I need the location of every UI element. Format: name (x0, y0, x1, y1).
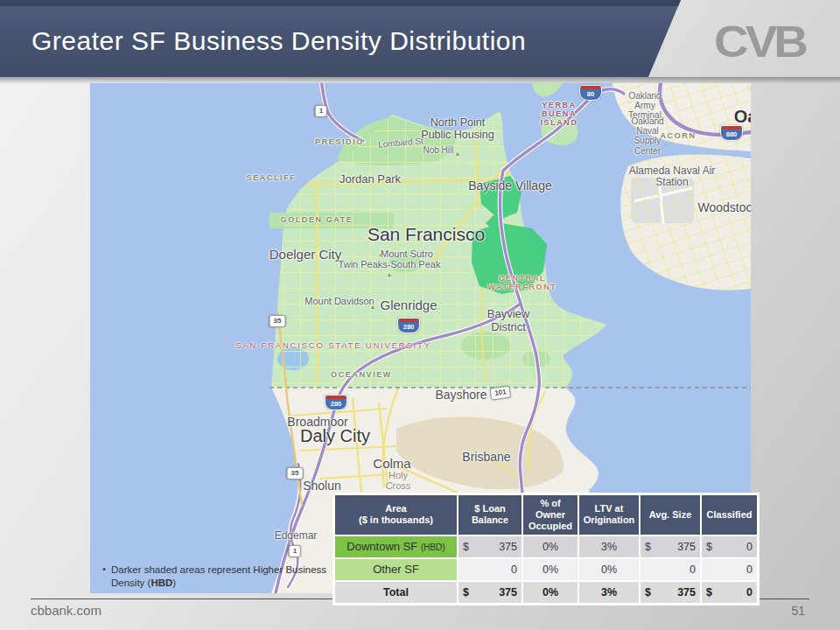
route-shield-1-north: 1 (315, 105, 327, 117)
map-label-alameda-nas: Alameda Naval Air Station (620, 165, 724, 189)
cell-total-owner: 0% (523, 582, 578, 603)
cell-total-label: Total (335, 582, 457, 603)
map-label-daly-city: Daly City (300, 426, 370, 445)
cell-classified-other: 0 (702, 559, 757, 580)
map-label-oakland-partial: Oa (734, 107, 751, 126)
map-label-brisbane: Brisbane (462, 451, 510, 465)
map-label-jordan-park: Jordan Park (340, 173, 401, 186)
route-shield-280-south: 280 (325, 395, 347, 410)
map-label-san-francisco: San Francisco (368, 224, 485, 245)
route-shield-1-south: 1 (289, 545, 301, 557)
hbd-legend-note: • Darker shaded areas represent Higher B… (97, 564, 339, 590)
map-label-doelger-city: Doelger City (270, 248, 342, 262)
route-shield-35-north: 35 (270, 315, 286, 327)
peak-icon: ▲ (387, 271, 393, 277)
map-label-mount-sutro: Mount Sutro (381, 248, 433, 259)
map-label-bayshore: Bayshore (435, 388, 486, 402)
cell-loan-downtown: $375 (458, 536, 522, 557)
cell-ltv-downtown: 3% (579, 536, 639, 557)
page-title: Greater SF Business Density Distribution (32, 26, 526, 56)
note-text: Darker shaded areas represent Higher Bus… (111, 564, 326, 588)
col-header-avg-size: Avg. Size (640, 495, 700, 535)
table-row-downtown-sf: Downtown SF (HBD) $375 0% 3% $375 $0 (335, 536, 757, 557)
col-header-classified: Classified (702, 495, 757, 535)
map-label-central-waterfront: CENTRAL WATERFRONT (480, 274, 564, 291)
cell-area-other: Other SF (335, 559, 457, 580)
map-label-golden-gate: GOLDEN GATE (281, 215, 354, 224)
map-label-woodstock: Woodstock (698, 201, 752, 215)
map-label-bayside-village: Bayside Village (468, 179, 551, 193)
website-footer: cbbank.com (31, 603, 102, 618)
cell-classified-downtown: $0 (702, 536, 757, 557)
map-label-holy-cross: Holy Cross (380, 470, 416, 492)
map-label-bayview-district: Bayview District (481, 308, 536, 333)
route-shield-880: 880 (720, 125, 743, 141)
map-label-sfsu: SAN FRANCISCO STATE UNIVERSITY (235, 341, 431, 351)
table-header-row: Area ($ in thousands) $ Loan Balance % o… (335, 495, 757, 535)
map-label-north-point: North Point Public Housing (420, 116, 495, 141)
cell-loan-other: 0 (458, 559, 522, 580)
col-header-loan-balance: $ Loan Balance (458, 495, 522, 535)
cell-owner-other: 0% (523, 559, 578, 580)
peak-icon: ▲ (370, 304, 376, 310)
map-label-oceanview: OCEANVIEW (331, 370, 392, 379)
map-label-seacliff: SEACLIFF (247, 173, 297, 182)
map-label-glenridge: Glenridge (380, 298, 437, 313)
slide: Greater SF Business Density Distribution… (0, 0, 840, 630)
route-shield-280-north: 280 (397, 318, 420, 333)
cell-avg-downtown: $375 (640, 536, 700, 557)
col-header-owner-occupied: % of Owner Occupied (523, 495, 578, 535)
map-label-mount-davidson: Mount Davidson (304, 296, 374, 306)
cell-area-downtown: Downtown SF (HBD) (335, 536, 457, 557)
note-hbd-bold: HBD (150, 578, 172, 588)
table-row-total: Total $375 0% 3% $375 $0 (335, 582, 757, 603)
cell-ltv-other: 0% (579, 559, 639, 580)
map-label-sholun: Sholun (303, 480, 341, 494)
map-label-oakland-naval-supply: Oakland Naval Supply Center (625, 116, 670, 156)
cell-total-avg: $375 (640, 582, 700, 603)
cvb-logo-icon: CVB (698, 17, 821, 68)
peak-icon: ▲ (455, 150, 461, 157)
col-header-ltv: LTV at Origination (579, 495, 639, 535)
cell-owner-downtown: 0% (523, 536, 578, 557)
cell-total-classified: $0 (702, 582, 757, 603)
map-label-nob-hill: Nob Hill (423, 145, 453, 155)
loan-summary-table: Area ($ in thousands) $ Loan Balance % o… (333, 494, 759, 605)
route-shield-80: 80 (579, 85, 602, 101)
route-shield-35-south: 35 (287, 467, 304, 480)
cell-total-ltv: 3% (579, 582, 639, 603)
col-header-area: Area ($ in thousands) (335, 495, 457, 535)
table-row-other-sf: Other SF 0 0% 0% 0 0 (335, 559, 757, 580)
cell-total-loan: $375 (458, 582, 522, 603)
bullet-icon: • (97, 564, 111, 590)
map-label-twin-peaks: Twin Peaks-South Peak (339, 259, 441, 270)
banner-top-strip (0, 0, 709, 6)
page-number: 51 (791, 604, 805, 618)
cell-avg-other: 0 (640, 559, 700, 580)
map-label-presidio: PRESIDIO (315, 137, 364, 146)
map-label-yerba-buena-island: YERBA BUENA ISLAND (523, 101, 595, 127)
map-label-edgemar: Edgemar (275, 530, 318, 542)
note-text-close: ) (172, 578, 176, 588)
title-banner: Greater SF Business Density Distribution (0, 0, 709, 77)
